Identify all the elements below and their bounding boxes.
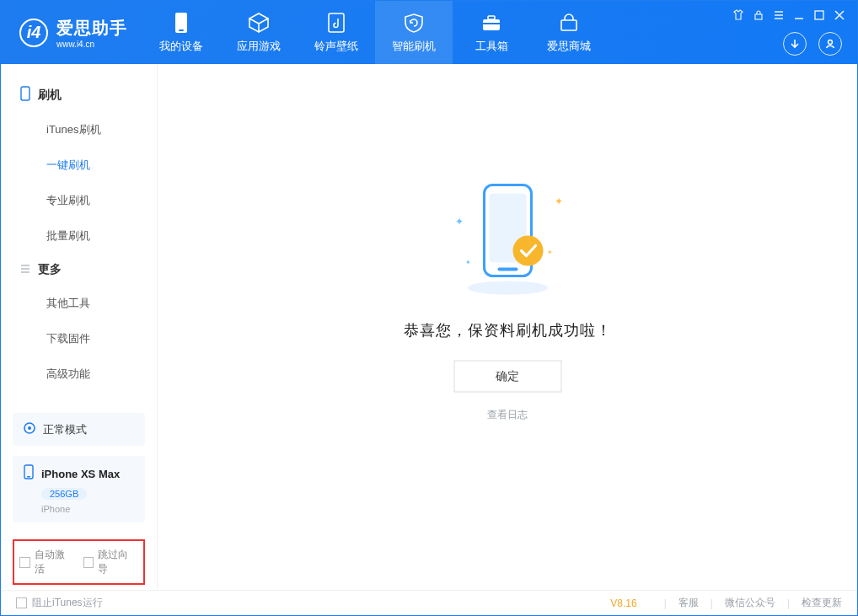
logo-text: 爱思助手 www.i4.cn	[56, 17, 127, 49]
logo: i4 爱思助手 www.i4.cn	[1, 17, 142, 49]
phone-outline-icon	[19, 86, 31, 104]
cube-icon	[248, 12, 270, 34]
footer-block-itunes[interactable]: 阻止iTunes运行	[16, 596, 103, 610]
sparkle-icon: ✦	[455, 215, 464, 227]
device-icon	[23, 464, 35, 483]
device-icon	[170, 12, 192, 34]
refresh-shield-icon	[403, 12, 425, 34]
sidebar-group-more: 更多	[1, 254, 157, 286]
window-controls	[732, 9, 845, 24]
footer-link-support[interactable]: 客服	[678, 596, 699, 610]
footer-link-wechat[interactable]: 微信公众号	[725, 596, 775, 610]
maximize-button[interactable]	[813, 9, 825, 24]
group-title: 更多	[38, 262, 62, 277]
shirt-icon[interactable]	[732, 9, 744, 24]
user-button[interactable]	[818, 32, 842, 56]
nav-label: 智能刷机	[392, 39, 436, 54]
mode-icon	[23, 421, 36, 437]
svg-rect-6	[561, 20, 576, 30]
sparkle-icon: ✦	[465, 258, 471, 265]
footer-block-itunes-label: 阻止iTunes运行	[32, 596, 103, 610]
logo-icon: i4	[19, 19, 48, 47]
checkbox-label: 跳过向导	[98, 548, 138, 576]
separator: |	[787, 597, 790, 609]
sparkle-icon: ✦	[547, 248, 553, 255]
close-button[interactable]	[834, 9, 845, 24]
device-name: iPhone XS Max	[41, 468, 120, 480]
view-log-link[interactable]: 查看日志	[487, 407, 528, 421]
success-illustration: ✦ ✦ ✦ ✦	[440, 169, 575, 304]
header: i4 爱思助手 www.i4.cn 我的设备 应用游戏 铃声壁纸 智能刷机 工具…	[1, 1, 857, 64]
sidebar-item-pro-flash[interactable]: 专业刷机	[46, 183, 157, 218]
success-panel: ✦ ✦ ✦ ✦ 恭喜您，保资料刷机成功啦！ 确定 查看日志	[404, 169, 612, 421]
sidebar-item-download-firmware[interactable]: 下载固件	[46, 321, 157, 356]
nav-label: 应用游戏	[237, 39, 281, 54]
svg-rect-7	[755, 14, 762, 19]
nav-smart-flash[interactable]: 智能刷机	[375, 1, 453, 64]
svg-rect-18	[497, 267, 517, 271]
svg-rect-3	[483, 19, 500, 30]
list-icon	[19, 263, 31, 277]
nav-label: 铃声壁纸	[314, 39, 358, 54]
footer: 阻止iTunes运行 V8.16 | 客服 | 微信公众号 | 检查更新	[1, 590, 857, 615]
ok-button[interactable]: 确定	[453, 360, 561, 392]
device-type: iPhone	[41, 504, 135, 514]
toolbox-icon	[480, 12, 502, 34]
checkbox-icon	[16, 597, 27, 608]
music-file-icon	[325, 12, 347, 34]
nav-store[interactable]: 爱思商城	[530, 1, 608, 64]
sidebar-group-flash-items: iTunes刷机 一键刷机 专业刷机 批量刷机	[1, 112, 157, 254]
success-message: 恭喜您，保资料刷机成功啦！	[404, 319, 612, 340]
checkbox-auto-activate[interactable]: 自动激活	[19, 548, 75, 576]
checkbox-icon	[83, 557, 94, 568]
group-title: 刷机	[38, 88, 62, 103]
separator: |	[664, 597, 667, 609]
minimize-button[interactable]	[793, 9, 805, 24]
svg-rect-1	[179, 29, 184, 31]
nav-my-device[interactable]: 我的设备	[142, 1, 220, 64]
nav-label: 工具箱	[475, 39, 508, 54]
menu-icon[interactable]	[773, 9, 785, 24]
nav-ringtones-wallpapers[interactable]: 铃声壁纸	[298, 1, 375, 64]
checkbox-icon	[19, 557, 30, 568]
app-name-cn: 爱思助手	[56, 17, 127, 40]
nav-label: 爱思商城	[547, 39, 591, 54]
sidebar: 刷机 iTunes刷机 一键刷机 专业刷机 批量刷机 更多 其他工具 下载固件 …	[1, 64, 158, 590]
highlighted-checkbox-row: 自动激活 跳过向导	[13, 539, 145, 585]
svg-rect-4	[488, 16, 495, 19]
header-action-circles	[783, 32, 842, 56]
sidebar-group-more-items: 其他工具 下载固件 高级功能	[1, 286, 157, 392]
device-capacity: 256GB	[41, 488, 87, 500]
device-card[interactable]: iPhone XS Max 256GB iPhone	[13, 456, 145, 522]
svg-point-15	[467, 281, 548, 294]
download-button[interactable]	[783, 32, 807, 56]
sidebar-item-advanced[interactable]: 高级功能	[46, 356, 157, 392]
mode-label: 正常模式	[43, 422, 87, 437]
svg-point-19	[512, 235, 543, 265]
device-mode-card[interactable]: 正常模式	[13, 413, 145, 446]
footer-link-check-update[interactable]: 检查更新	[802, 596, 842, 610]
lock-icon[interactable]	[753, 9, 764, 24]
app-name-en: www.i4.cn	[56, 40, 127, 49]
sidebar-item-itunes-flash[interactable]: iTunes刷机	[46, 112, 157, 147]
svg-rect-5	[483, 23, 500, 24]
sidebar-item-batch-flash[interactable]: 批量刷机	[46, 218, 157, 254]
svg-rect-14	[27, 476, 30, 478]
svg-point-12	[28, 426, 31, 430]
store-icon	[558, 12, 580, 34]
version-label: V8.16	[610, 597, 636, 609]
sidebar-item-other-tools[interactable]: 其他工具	[46, 286, 157, 321]
sparkle-icon: ✦	[555, 195, 563, 206]
checkbox-label: 自动激活	[35, 548, 75, 576]
sidebar-group-flash: 刷机	[1, 78, 157, 112]
top-nav: 我的设备 应用游戏 铃声壁纸 智能刷机 工具箱 爱思商城	[142, 1, 608, 64]
sidebar-item-oneclick-flash[interactable]: 一键刷机	[46, 147, 157, 183]
checkbox-skip-guide[interactable]: 跳过向导	[83, 548, 139, 576]
nav-apps-games[interactable]: 应用游戏	[220, 1, 298, 64]
nav-label: 我的设备	[159, 39, 203, 54]
body: 刷机 iTunes刷机 一键刷机 专业刷机 批量刷机 更多 其他工具 下载固件 …	[1, 64, 857, 590]
svg-rect-2	[329, 13, 344, 32]
svg-rect-10	[21, 87, 29, 100]
nav-toolbox[interactable]: 工具箱	[453, 1, 530, 64]
svg-point-9	[829, 40, 833, 45]
